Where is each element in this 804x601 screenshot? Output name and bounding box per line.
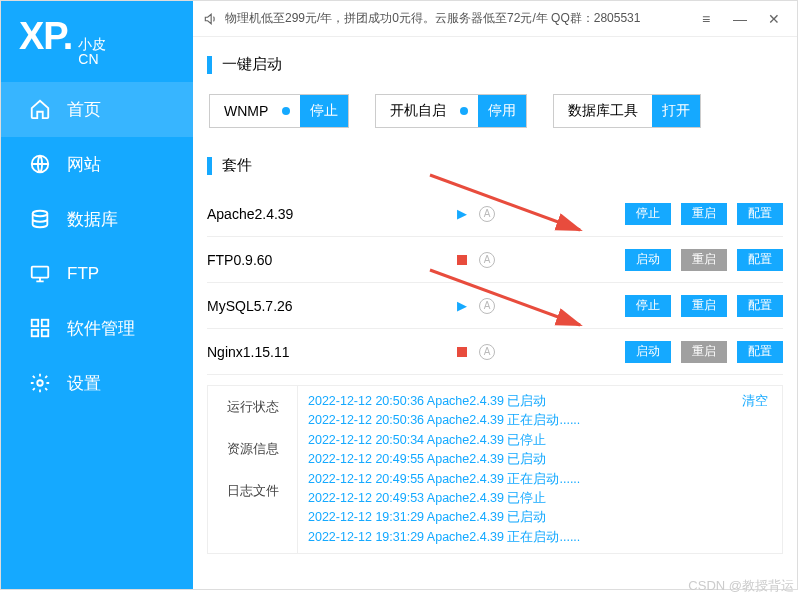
log-line: 2022-12-12 20:50:36 Apache2.4.39 正在启动...… bbox=[308, 411, 772, 430]
logo-sub: 小皮 CN bbox=[78, 37, 106, 68]
log-line: 2022-12-12 20:49:53 Apache2.4.39 已停止 bbox=[308, 489, 772, 508]
suite-actions: 启动重启配置 bbox=[625, 249, 783, 271]
log-line: 2022-12-12 20:49:55 Apache2.4.39 正在启动...… bbox=[308, 470, 772, 489]
play-icon: ▶ bbox=[457, 206, 467, 221]
log-line: 2022-12-12 20:50:34 Apache2.4.39 已停止 bbox=[308, 431, 772, 450]
a-badge-icon: A bbox=[479, 206, 495, 222]
log-body: 清空 2022-12-12 20:50:36 Apache2.4.39 已启动2… bbox=[298, 386, 782, 553]
nav-database[interactable]: 数据库 bbox=[1, 192, 193, 247]
suite-list: Apache2.4.39▶A停止重启配置FTP0.9.60A启动重启配置MySQ… bbox=[207, 191, 783, 375]
nav-label: 首页 bbox=[67, 98, 101, 121]
play-icon: ▶ bbox=[457, 298, 467, 313]
main: 物理机低至299元/年，拼团成功0元得。云服务器低至72元/年 QQ群：2805… bbox=[193, 1, 797, 589]
log-tab-resource[interactable]: 资源信息 bbox=[208, 428, 297, 470]
suite-actions: 停止重启配置 bbox=[625, 203, 783, 225]
a-badge-icon: A bbox=[479, 298, 495, 314]
nav-label: 设置 bbox=[67, 372, 101, 395]
titlebar: 物理机低至299元/年，拼团成功0元得。云服务器低至72元/年 QQ群：2805… bbox=[193, 1, 797, 37]
suite-status: A bbox=[457, 252, 497, 268]
svg-rect-5 bbox=[32, 330, 38, 336]
suite-config-button[interactable]: 配置 bbox=[737, 203, 783, 225]
svg-point-1 bbox=[33, 211, 48, 217]
quick-wnmp-button[interactable]: 停止 bbox=[300, 95, 348, 127]
log-tab-status[interactable]: 运行状态 bbox=[208, 386, 297, 428]
log-line: 2022-12-12 19:31:29 Apache2.4.39 正在启动...… bbox=[308, 528, 772, 547]
close-icon[interactable]: ✕ bbox=[761, 11, 787, 27]
logo: XP. 小皮 CN bbox=[1, 1, 193, 74]
nav: 首页 网站 数据库 FTP 软件管理 设置 bbox=[1, 74, 193, 411]
log-tab-logfile[interactable]: 日志文件 bbox=[208, 470, 297, 512]
logo-main: XP. bbox=[19, 15, 72, 58]
suite-row: FTP0.9.60A启动重启配置 bbox=[207, 237, 783, 283]
watermark: CSDN @教授背运 bbox=[688, 577, 794, 595]
quick-title: 一键启动 bbox=[207, 55, 783, 74]
suite-row: Nginx1.15.11A启动重启配置 bbox=[207, 329, 783, 375]
announce-text: 物理机低至299元/年，拼团成功0元得。云服务器低至72元/年 QQ群：2805… bbox=[225, 10, 640, 27]
suite-restart-button[interactable]: 重启 bbox=[681, 295, 727, 317]
clear-link[interactable]: 清空 bbox=[742, 392, 768, 411]
suite-name: Apache2.4.39 bbox=[207, 206, 457, 222]
nav-label: 网站 bbox=[67, 153, 101, 176]
quick-boot-label: 开机自启 bbox=[376, 102, 460, 120]
quick-db-label: 数据库工具 bbox=[554, 102, 652, 120]
nav-home[interactable]: 首页 bbox=[1, 82, 193, 137]
suite-actions: 启动重启配置 bbox=[625, 341, 783, 363]
suite-status: ▶A bbox=[457, 298, 497, 314]
suite-row: MySQL5.7.26▶A停止重启配置 bbox=[207, 283, 783, 329]
suite-config-button[interactable]: 配置 bbox=[737, 341, 783, 363]
suite-config-button[interactable]: 配置 bbox=[737, 295, 783, 317]
quick-boot-button[interactable]: 停用 bbox=[478, 95, 526, 127]
quick-wnmp: WNMP 停止 bbox=[209, 94, 349, 128]
suite-name: Nginx1.15.11 bbox=[207, 344, 457, 360]
nav-site[interactable]: 网站 bbox=[1, 137, 193, 192]
status-dot-icon bbox=[460, 107, 468, 115]
suite-restart-button[interactable]: 重启 bbox=[681, 203, 727, 225]
quick-row: WNMP 停止 开机自启 停用 数据库工具 打开 bbox=[207, 90, 783, 140]
nav-settings[interactable]: 设置 bbox=[1, 356, 193, 411]
gear-icon bbox=[29, 372, 51, 394]
log-line: 2022-12-12 19:31:29 Apache2.4.39 已启动 bbox=[308, 508, 772, 527]
suite-toggle-button[interactable]: 启动 bbox=[625, 341, 671, 363]
suite-actions: 停止重启配置 bbox=[625, 295, 783, 317]
log-line: 2022-12-12 20:50:36 Apache2.4.39 已启动 bbox=[308, 392, 772, 411]
nav-label: FTP bbox=[67, 264, 99, 284]
status-dot-icon bbox=[282, 107, 290, 115]
suite-restart-button[interactable]: 重启 bbox=[681, 249, 727, 271]
suite-status: A bbox=[457, 344, 497, 360]
quick-db: 数据库工具 打开 bbox=[553, 94, 701, 128]
nav-ftp[interactable]: FTP bbox=[1, 247, 193, 301]
minimize-icon[interactable]: — bbox=[727, 11, 753, 27]
suite-name: FTP0.9.60 bbox=[207, 252, 457, 268]
stop-icon bbox=[457, 255, 467, 265]
quick-wnmp-label: WNMP bbox=[210, 103, 282, 119]
monitor-icon bbox=[29, 263, 51, 285]
svg-point-7 bbox=[37, 381, 43, 387]
quick-db-button[interactable]: 打开 bbox=[652, 95, 700, 127]
suite-name: MySQL5.7.26 bbox=[207, 298, 457, 314]
suite-title: 套件 bbox=[207, 156, 783, 175]
suite-restart-button[interactable]: 重启 bbox=[681, 341, 727, 363]
stop-icon bbox=[457, 347, 467, 357]
log-panel: 运行状态 资源信息 日志文件 清空 2022-12-12 20:50:36 Ap… bbox=[207, 385, 783, 554]
log-tabs: 运行状态 资源信息 日志文件 bbox=[208, 386, 298, 553]
nav-label: 数据库 bbox=[67, 208, 118, 231]
suite-toggle-button[interactable]: 停止 bbox=[625, 295, 671, 317]
suite-config-button[interactable]: 配置 bbox=[737, 249, 783, 271]
home-icon bbox=[29, 98, 51, 120]
svg-rect-6 bbox=[42, 330, 48, 336]
sidebar: XP. 小皮 CN 首页 网站 数据库 FTP bbox=[1, 1, 193, 589]
suite-status: ▶A bbox=[457, 206, 497, 222]
quick-boot: 开机自启 停用 bbox=[375, 94, 527, 128]
suite-row: Apache2.4.39▶A停止重启配置 bbox=[207, 191, 783, 237]
suite-toggle-button[interactable]: 启动 bbox=[625, 249, 671, 271]
database-icon bbox=[29, 208, 51, 230]
menu-icon[interactable]: ≡ bbox=[693, 11, 719, 27]
suite-toggle-button[interactable]: 停止 bbox=[625, 203, 671, 225]
a-badge-icon: A bbox=[479, 252, 495, 268]
globe-icon bbox=[29, 153, 51, 175]
log-line: 2022-12-12 20:49:55 Apache2.4.39 已启动 bbox=[308, 450, 772, 469]
svg-rect-2 bbox=[32, 266, 49, 277]
svg-rect-3 bbox=[32, 320, 38, 326]
nav-software[interactable]: 软件管理 bbox=[1, 301, 193, 356]
sound-icon bbox=[203, 12, 217, 26]
